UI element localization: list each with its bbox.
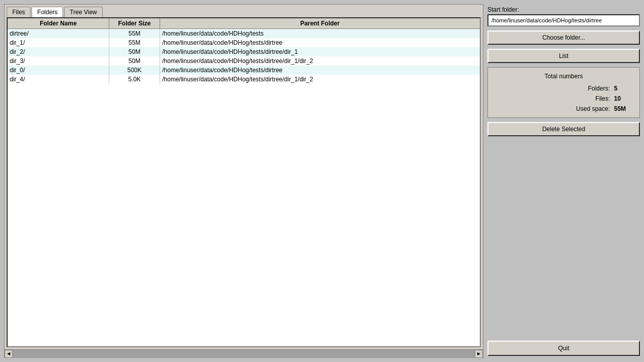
- stats-used-space-label: Used space:: [576, 105, 610, 112]
- table-row[interactable]: dir_3/50M/home/linuser/data/code/HDHog/t…: [8, 56, 480, 66]
- stats-folders-row: Folders: 5: [493, 85, 634, 92]
- cell-parent-folder: /home/linuser/data/code/HDHog/tests/dirt…: [160, 56, 480, 66]
- cell-folder-size: 50M: [109, 56, 160, 66]
- table-header: Folder Name Folder Size Parent Folder: [8, 18, 480, 29]
- stats-box: Total numbers Folders: 5 Files: 10 Used …: [487, 67, 640, 118]
- cell-parent-folder: /home/linuser/data/code/HDHog/tests/dirt…: [160, 66, 480, 75]
- cell-folder-name: dirtree/: [8, 29, 109, 38]
- stats-folders-label: Folders:: [588, 85, 610, 92]
- cell-folder-size: 5.0K: [109, 75, 160, 84]
- cell-folder-name: dir_2/: [8, 47, 109, 56]
- table-row[interactable]: dir_1/55M/home/linuser/data/code/HDHog/t…: [8, 38, 480, 47]
- cell-folder-size: 55M: [109, 29, 160, 38]
- header-folder-name: Folder Name: [8, 18, 109, 28]
- stats-files-row: Files: 10: [493, 95, 634, 102]
- table-row[interactable]: dir_0/500K/home/linuser/data/code/HDHog/…: [8, 66, 480, 75]
- table-body[interactable]: dirtree/55M/home/linuser/data/code/HDHog…: [8, 29, 480, 346]
- cell-folder-size: 50M: [109, 47, 160, 56]
- tab-bar: Files Folders Tree View: [5, 5, 483, 17]
- cell-folder-name: dir_3/: [8, 56, 109, 66]
- scrollbar-track[interactable]: [13, 350, 475, 358]
- right-panel: Start folder: Choose folder... List Tota…: [487, 4, 640, 358]
- scroll-right-arrow[interactable]: ▶: [475, 350, 483, 358]
- header-folder-size: Folder Size: [109, 18, 160, 28]
- stats-files-value: 10: [614, 95, 634, 102]
- stats-used-space-row: Used space: 55M: [493, 105, 634, 112]
- tab-folders[interactable]: Folders: [32, 7, 63, 17]
- table-row[interactable]: dirtree/55M/home/linuser/data/code/HDHog…: [8, 29, 480, 38]
- folder-table: Folder Name Folder Size Parent Folder di…: [7, 17, 481, 347]
- list-button[interactable]: List: [487, 49, 640, 63]
- stats-used-space-value: 55M: [614, 105, 634, 112]
- horizontal-scrollbar[interactable]: ◀ ▶: [5, 349, 483, 357]
- cell-parent-folder: /home/linuser/data/code/HDHog/tests: [160, 29, 480, 38]
- choose-folder-button[interactable]: Choose folder...: [487, 31, 640, 45]
- quit-button[interactable]: Quit: [487, 341, 640, 356]
- start-folder-label: Start folder:: [487, 6, 640, 13]
- cell-folder-size: 500K: [109, 66, 160, 75]
- stats-files-label: Files:: [595, 95, 610, 102]
- cell-folder-name: dir_0/: [8, 66, 109, 75]
- delete-selected-button[interactable]: Delete Selected: [487, 122, 640, 136]
- header-parent-folder: Parent Folder: [160, 18, 480, 28]
- cell-parent-folder: /home/linuser/data/code/HDHog/tests/dirt…: [160, 75, 480, 84]
- stats-folders-value: 5: [614, 85, 634, 92]
- tab-tree-view[interactable]: Tree View: [64, 7, 102, 17]
- cell-folder-name: dir_4/: [8, 75, 109, 84]
- table-row[interactable]: dir_4/5.0K/home/linuser/data/code/HDHog/…: [8, 75, 480, 84]
- cell-parent-folder: /home/linuser/data/code/HDHog/tests/dirt…: [160, 38, 480, 47]
- start-folder-input[interactable]: [487, 14, 640, 26]
- table-row[interactable]: dir_2/50M/home/linuser/data/code/HDHog/t…: [8, 47, 480, 56]
- cell-parent-folder: /home/linuser/data/code/HDHog/tests/dirt…: [160, 47, 480, 56]
- scroll-left-arrow[interactable]: ◀: [5, 350, 13, 358]
- tab-files[interactable]: Files: [7, 7, 30, 17]
- cell-folder-name: dir_1/: [8, 38, 109, 47]
- cell-folder-size: 55M: [109, 38, 160, 47]
- stats-title: Total numbers: [493, 73, 634, 80]
